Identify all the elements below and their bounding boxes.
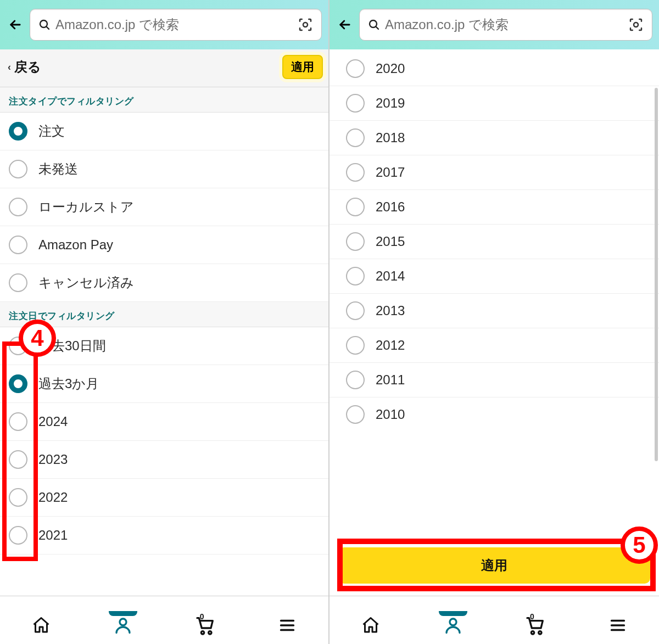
radio-label: 2024 xyxy=(38,414,68,429)
search-placeholder: Amazon.co.jp で検索 xyxy=(385,16,628,33)
radio-icon xyxy=(9,412,27,431)
radio-label: 2021 xyxy=(38,528,68,543)
radio-row-year[interactable]: 2010 xyxy=(330,397,659,432)
back-arrow-icon[interactable] xyxy=(336,16,354,33)
radio-row-date[interactable]: 2021 xyxy=(0,517,328,555)
radio-label: 2020 xyxy=(376,61,405,76)
phone-right: Amazon.co.jp で検索 2020 2019 2018 2017 201… xyxy=(330,0,659,644)
nav-account[interactable] xyxy=(82,614,165,636)
camera-scan-icon[interactable] xyxy=(297,16,314,33)
apply-button-label: 適用 xyxy=(481,558,507,573)
radio-icon xyxy=(9,374,27,393)
radio-label: 2011 xyxy=(376,372,405,388)
cart-icon xyxy=(194,614,216,636)
radio-icon xyxy=(9,122,27,141)
radio-row-order-type[interactable]: キャンセル済み xyxy=(0,264,328,302)
radio-icon xyxy=(346,405,365,424)
radio-row-order-type[interactable]: 注文 xyxy=(0,113,328,150)
radio-label: 2016 xyxy=(376,199,405,215)
svg-point-9 xyxy=(539,631,541,634)
camera-scan-icon[interactable] xyxy=(628,16,644,33)
apply-button[interactable]: 適用 xyxy=(338,547,650,584)
radio-row-year[interactable]: 2016 xyxy=(330,190,659,225)
radio-icon xyxy=(346,128,365,147)
nav-home[interactable] xyxy=(330,614,412,636)
apply-bar: 適用 xyxy=(338,547,650,584)
radio-row-order-type[interactable]: ローカルストア xyxy=(0,188,328,226)
radio-row-year[interactable]: 2019 xyxy=(330,86,659,121)
topbar: Amazon.co.jp で検索 xyxy=(330,0,659,49)
radio-icon xyxy=(346,94,365,113)
scrollbar[interactable] xyxy=(655,88,658,461)
bottom-nav: 0 xyxy=(0,596,328,644)
svg-point-2 xyxy=(120,619,126,625)
svg-point-8 xyxy=(531,631,534,634)
radio-row-year[interactable]: 2014 xyxy=(330,259,659,294)
radio-row-year[interactable]: 2011 xyxy=(330,363,659,397)
radio-label: 2022 xyxy=(38,490,68,505)
search-input[interactable]: Amazon.co.jp で検索 xyxy=(30,9,322,41)
radio-label: 未発送 xyxy=(38,160,78,178)
radio-label: 2010 xyxy=(376,407,405,422)
radio-icon xyxy=(9,198,27,216)
radio-icon xyxy=(9,488,27,507)
nav-cart[interactable]: 0 xyxy=(164,614,247,636)
nav-menu[interactable] xyxy=(577,614,659,636)
svg-point-1 xyxy=(303,23,308,27)
radio-label: 2017 xyxy=(376,165,405,180)
chevron-left-icon: ‹ xyxy=(8,61,11,73)
radio-row-year[interactable]: 2015 xyxy=(330,225,659,259)
radio-row-year[interactable]: 2020 xyxy=(330,52,659,86)
radio-icon xyxy=(9,337,27,355)
radio-row-order-type[interactable]: 未発送 xyxy=(0,150,328,188)
menu-icon xyxy=(608,614,627,636)
radio-label: 過去30日間 xyxy=(38,337,106,355)
radio-row-year[interactable]: 2018 xyxy=(330,121,659,155)
back-arrow-icon[interactable] xyxy=(7,16,24,33)
radio-row-date[interactable]: 2023 xyxy=(0,441,328,479)
svg-point-3 xyxy=(201,631,204,634)
search-input[interactable]: Amazon.co.jp で検索 xyxy=(359,9,652,41)
radio-icon xyxy=(9,450,27,469)
nav-menu[interactable] xyxy=(247,614,329,636)
apply-pill-label: 適用 xyxy=(291,60,314,73)
radio-icon xyxy=(346,336,365,355)
radio-row-year[interactable]: 2013 xyxy=(330,294,659,328)
radio-row-date[interactable]: 過去30日間 xyxy=(0,327,328,365)
back-button[interactable]: ‹ 戻る xyxy=(8,58,41,76)
radio-row-date[interactable]: 過去3か月 xyxy=(0,365,328,403)
radio-row-year[interactable]: 2017 xyxy=(330,155,659,190)
radio-icon xyxy=(346,267,365,285)
user-icon xyxy=(113,614,133,636)
apply-pill-button[interactable]: 適用 xyxy=(282,55,323,79)
radio-label: 2013 xyxy=(376,303,405,318)
menu-icon xyxy=(278,614,297,636)
radio-label: 2018 xyxy=(376,130,405,145)
radio-icon xyxy=(9,526,27,545)
section-title-order-date: 注文日でフィルタリング xyxy=(0,302,328,327)
radio-label: 2019 xyxy=(376,96,405,111)
radio-icon xyxy=(9,273,27,292)
radio-label: キャンセル済み xyxy=(38,274,134,292)
radio-row-order-type[interactable]: Amazon Pay xyxy=(0,226,328,264)
radio-row-year[interactable]: 2012 xyxy=(330,328,659,363)
user-icon xyxy=(443,614,463,636)
active-indicator xyxy=(109,611,137,616)
active-indicator xyxy=(439,611,467,616)
radio-icon xyxy=(346,163,365,182)
radio-label: 注文 xyxy=(38,122,65,140)
nav-cart[interactable]: 0 xyxy=(494,614,577,636)
nav-account[interactable] xyxy=(412,614,494,636)
topbar: Amazon.co.jp で検索 xyxy=(0,0,328,49)
radio-icon xyxy=(9,236,27,254)
section-title-order-type: 注文タイプでフィルタリング xyxy=(0,87,328,113)
home-icon xyxy=(31,614,51,636)
radio-label: ローカルストア xyxy=(38,198,134,216)
search-icon xyxy=(367,18,381,31)
radio-row-date[interactable]: 2024 xyxy=(0,403,328,441)
nav-home[interactable] xyxy=(0,614,82,636)
radio-label: Amazon Pay xyxy=(38,237,113,253)
radio-row-date[interactable]: 2022 xyxy=(0,479,328,517)
cart-icon xyxy=(524,614,546,636)
radio-icon xyxy=(9,160,27,178)
